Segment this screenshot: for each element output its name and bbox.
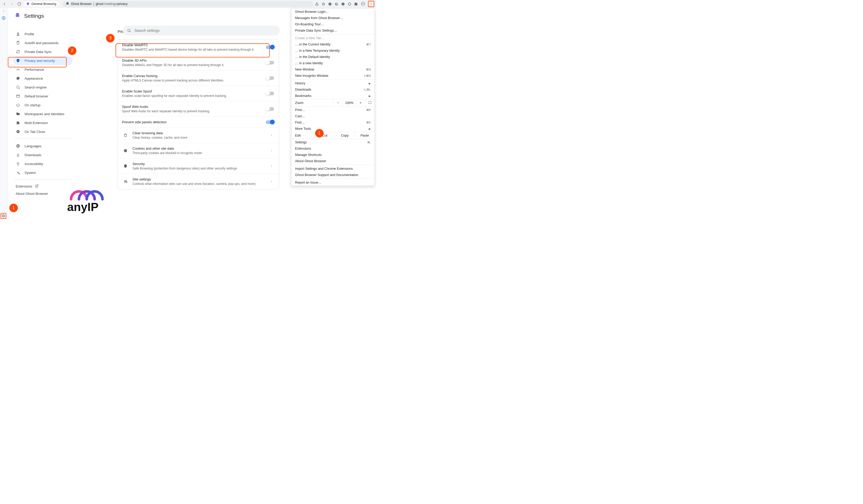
sidebar-item-privacy-and-security[interactable]: Privacy and security [13, 56, 73, 65]
menu-item-extensions[interactable]: Extensions [291, 145, 375, 152]
sidebar-item-label: Performance [25, 68, 44, 72]
sidebar-link-about[interactable]: About Ghost Browser [13, 190, 73, 197]
rail-add-button[interactable] [2, 16, 6, 21]
menu-cut[interactable]: Cut [315, 132, 335, 139]
search-input[interactable] [134, 28, 275, 33]
back-button[interactable] [2, 1, 7, 7]
menu-item-settings[interactable]: Settings⌘, [291, 139, 375, 145]
svg-point-6 [342, 3, 343, 4]
sidebar-item-downloads[interactable]: Downloads [13, 151, 73, 159]
check-circle-icon[interactable] [328, 2, 332, 6]
menu-item-manage-shortcuts[interactable]: Manage Shortcuts [291, 152, 375, 158]
trash-icon [122, 133, 129, 137]
rail-expand-icon[interactable] [2, 9, 5, 13]
page-title: Settings [24, 13, 44, 19]
menu-item-history[interactable]: History▶ [291, 80, 375, 87]
menu-item-messages-from-ghost-browser-[interactable]: Messages from Ghost Browser… [291, 15, 375, 21]
cookie-icon [122, 148, 129, 153]
sidebar-item-private-data-sync[interactable]: Private Data Sync [13, 47, 73, 56]
toggle[interactable] [266, 76, 274, 80]
menu-item-private-data-sync-settings-[interactable]: Private Data Sync Settings… [291, 27, 375, 34]
toggle[interactable] [266, 46, 274, 49]
chevron-right-icon: ▶ [369, 82, 371, 85]
setting-row-site-settings[interactable]: Site settingsControls what information s… [117, 174, 279, 189]
sidebar-item-appearance[interactable]: Appearance [13, 74, 73, 83]
identity-selector[interactable]: General Browsing [24, 1, 59, 7]
wrench-icon [16, 170, 21, 175]
extensions-icon[interactable] [354, 2, 358, 6]
svg-point-22 [17, 78, 17, 79]
menu-item--in-a-new-identity[interactable]: … in a new Identity [291, 60, 375, 66]
sidebar-item-workspaces-and-identities[interactable]: Workspaces and Identities [13, 109, 73, 118]
address-bar[interactable]: Ghost Browser | ghost://settings/privacy [62, 1, 313, 7]
toggle[interactable] [266, 107, 274, 111]
sidebar-item-on-tab-close[interactable]: On Tab Close [13, 127, 73, 136]
toggle[interactable] [266, 92, 274, 95]
menu-item--in-the-current-identity[interactable]: … in the Current Identity⌘T [291, 41, 375, 48]
reload-button[interactable] [16, 1, 22, 7]
menu-item-ghost-browser-support-and-documentation[interactable]: Ghost Browser Support and Documentation [291, 172, 375, 178]
power-icon [16, 103, 21, 107]
setting-row-security[interactable]: SecuritySafe Browsing (protection from d… [117, 158, 279, 174]
row-subtitle: Controls what information sites can use … [133, 182, 265, 186]
sidebar-item-system[interactable]: System [13, 168, 73, 177]
toggle[interactable] [266, 61, 274, 65]
sidebar-item-accessibility[interactable]: Accessibility [13, 159, 73, 168]
chevron-right-icon [269, 149, 274, 152]
sidebar-item-multi-extension[interactable]: Multi-Extension [13, 118, 73, 127]
setting-row-cookies-and-other-site-data[interactable]: Cookies and other site dataThird-party c… [117, 143, 279, 158]
menu-item-cast-[interactable]: Cast… [291, 113, 375, 119]
sidebar-item-default-browser[interactable]: Default browser [13, 92, 73, 101]
sidebar-item-performance[interactable]: Performance [13, 65, 73, 74]
menu-item-import-settings-and-chrome-extensions[interactable]: Import Settings and Chrome Extensions [291, 166, 375, 172]
menu-item-print-[interactable]: Print…⌘P [291, 107, 375, 113]
menu-item-downloads[interactable]: Downloads⌥⌘L [291, 87, 375, 93]
menu-item-about-ghost-browser[interactable]: About Ghost Browser [291, 158, 375, 164]
svg-point-13 [371, 5, 371, 5]
row-title: Disable WebRTC [122, 43, 262, 47]
menu-item--in-a-new-temporary-identity[interactable]: … in a New Temporary Identity [291, 48, 375, 54]
menu-item-more-tools[interactable]: More Tools▶ [291, 126, 375, 132]
fullscreen-button[interactable] [365, 99, 375, 106]
sidebar-item-search-engine[interactable]: Search engine [13, 83, 73, 92]
target-icon[interactable] [348, 2, 351, 6]
menu-item-ghost-browser-login-[interactable]: Ghost Browser Login… [291, 9, 375, 15]
zoom-out-button[interactable]: − [333, 100, 343, 106]
sidebar-link-extensions[interactable]: Extensions [13, 182, 73, 190]
row-subtitle: Disables WebRTC and WebRTC-based device … [122, 48, 262, 51]
menu-item-find-[interactable]: Find…⌘F [291, 119, 375, 126]
sidebar-item-profile[interactable]: Profile [13, 29, 73, 38]
face-icon[interactable] [341, 2, 345, 6]
rail-settings-button[interactable] [1, 213, 6, 219]
sidebar-item-label: Downloads [25, 153, 41, 157]
svg-point-34 [126, 180, 126, 181]
menu-item-new-window[interactable]: New Window⌘N [291, 66, 375, 73]
setting-row-clear-browsing-data[interactable]: Clear browsing dataClear history, cookie… [117, 127, 279, 143]
grammarly-icon[interactable] [335, 2, 338, 6]
search-settings[interactable] [123, 26, 280, 36]
share-icon[interactable] [315, 2, 319, 6]
sidebar-item-autofill-and-passwords[interactable]: Autofill and passwords [13, 38, 73, 47]
speed-icon [16, 67, 21, 72]
star-icon[interactable] [322, 2, 325, 6]
svg-point-36 [126, 182, 127, 183]
setting-row-spoof-web-audio: Spoof Web AudioSpoof Web Audio for each … [117, 101, 279, 116]
sidebar-item-languages[interactable]: Languages [13, 142, 73, 151]
profile-avatar-icon[interactable] [361, 2, 365, 6]
svg-point-32 [126, 150, 126, 151]
forward-button[interactable] [9, 1, 15, 7]
menu-item-bookmarks[interactable]: Bookmarks▶ [291, 93, 375, 99]
folder-icon [16, 112, 21, 116]
toggle[interactable] [266, 120, 274, 124]
sidebar-item-label: Accessibility [25, 162, 43, 166]
menu-button[interactable] [368, 1, 374, 7]
sidebar-item-on-startup[interactable]: On startup [13, 101, 73, 109]
zoom-in-button[interactable]: + [356, 100, 365, 106]
menu-item-on-boarding-tour-[interactable]: On-Boarding Tour… [291, 21, 375, 27]
menu-copy[interactable]: Copy [335, 132, 355, 139]
anyip-logo: anyIP [66, 188, 113, 214]
menu-item-report-an-issue-[interactable]: Report an Issue… [291, 179, 375, 186]
menu-paste[interactable]: Paste [355, 132, 375, 139]
menu-item--in-the-default-identity[interactable]: … in the Default Identity [291, 54, 375, 60]
menu-item-new-incognito-window[interactable]: New Incognito Window⇧⌘N [291, 73, 375, 79]
